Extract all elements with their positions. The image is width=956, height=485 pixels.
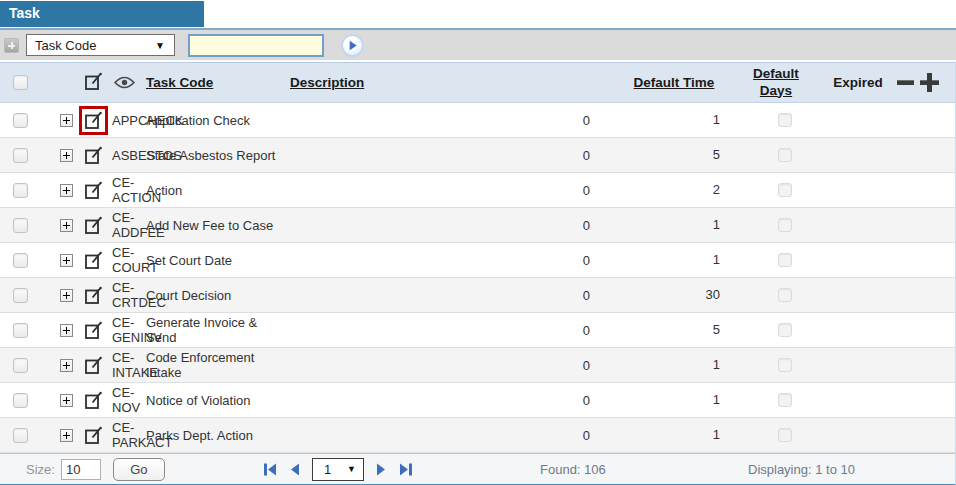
edit-button[interactable] <box>79 176 108 205</box>
table-body: APPCHECK Application Check 0 1 ASBESTOS … <box>0 103 956 453</box>
default-days-cell: 1 <box>620 418 728 452</box>
default-time-cell: 0 <box>290 103 620 137</box>
task-code-cell: CE-GENINV <box>112 313 146 347</box>
edit-button[interactable] <box>79 141 108 170</box>
edit-icon <box>84 251 103 270</box>
task-code-cell: CE-CRTDEC <box>112 278 146 312</box>
page-number-dropdown[interactable]: 1 ▼ <box>312 458 364 481</box>
expand-plus-icon[interactable] <box>60 429 73 442</box>
expand-plus-icon[interactable] <box>60 254 73 267</box>
expand-plus-icon[interactable] <box>60 114 73 127</box>
description-cell: Set Court Date <box>146 243 290 277</box>
expand-plus-icon[interactable] <box>60 324 73 337</box>
description-cell: Code Enforcement Intake <box>146 348 290 382</box>
expired-checkbox <box>778 393 792 407</box>
task-code-cell: APPCHECK <box>112 103 146 137</box>
edit-icon <box>84 181 103 200</box>
edit-button[interactable] <box>79 316 108 345</box>
page-size-label: Size: <box>26 462 55 477</box>
table-row: CE-GENINV Generate Invoice & Send 0 5 <box>0 313 956 348</box>
expired-checkbox <box>778 253 792 267</box>
description-cell: Notice of Violation <box>146 383 290 417</box>
title-bar: Task <box>0 1 956 28</box>
chevron-down-icon: ▼ <box>155 40 165 51</box>
minus-icon[interactable] <box>897 80 914 85</box>
table-row: ASBESTOS State Asbestos Report 0 5 <box>0 138 956 173</box>
task-code-cell: ASBESTOS <box>112 138 146 172</box>
edit-button-highlighted[interactable] <box>79 106 108 135</box>
table-row: CE-PARKACT Parks Dept. Action 0 1 <box>0 418 956 453</box>
go-button[interactable]: Go <box>113 458 165 481</box>
first-page-icon <box>262 462 278 477</box>
last-page-button[interactable] <box>398 462 414 477</box>
next-page-icon <box>373 462 389 477</box>
description-cell: State Asbestos Report <box>146 138 290 172</box>
task-code-cell: CE-ADDFEE <box>112 208 146 242</box>
expand-plus-icon[interactable] <box>60 359 73 372</box>
table-row: CE-ACTION Action 0 2 <box>0 173 956 208</box>
description-cell: Add New Fee to Case <box>146 208 290 242</box>
table-row: APPCHECK Application Check 0 1 <box>0 103 956 138</box>
select-all-checkbox[interactable] <box>13 75 28 90</box>
row-checkbox[interactable] <box>13 428 28 443</box>
edit-button[interactable] <box>79 211 108 240</box>
expand-plus-icon[interactable] <box>60 184 73 197</box>
default-days-cell: 5 <box>620 313 728 347</box>
column-header-default-time[interactable]: Default Time <box>634 75 715 90</box>
description-cell: Parks Dept. Action <box>146 418 290 452</box>
expand-plus-icon[interactable] <box>60 219 73 232</box>
edit-icon <box>84 321 103 340</box>
column-header-description[interactable]: Description <box>290 75 364 90</box>
column-header-default-days[interactable]: Default Days <box>746 66 806 100</box>
edit-button[interactable] <box>79 421 108 450</box>
expired-checkbox <box>778 428 792 442</box>
expand-plus-icon[interactable] <box>60 289 73 302</box>
row-checkbox[interactable] <box>13 393 28 408</box>
expired-checkbox <box>778 113 792 127</box>
add-criteria-button[interactable] <box>4 38 19 53</box>
edit-button[interactable] <box>79 386 108 415</box>
expired-checkbox <box>778 358 792 372</box>
plus-icon[interactable] <box>920 73 939 92</box>
row-checkbox[interactable] <box>13 358 28 373</box>
page-size-input[interactable] <box>61 459 101 480</box>
next-page-button[interactable] <box>373 462 389 477</box>
first-page-button[interactable] <box>262 462 278 477</box>
table-row: CE-CRTDEC Court Decision 0 30 <box>0 278 956 313</box>
expired-checkbox <box>778 323 792 337</box>
row-checkbox[interactable] <box>13 148 28 163</box>
table-footer: Size: Go 1 ▼ Found: 106 Displaying: 1 to… <box>0 453 956 485</box>
run-search-button[interactable] <box>341 34 364 57</box>
row-checkbox[interactable] <box>13 253 28 268</box>
default-days-cell: 1 <box>620 103 728 137</box>
row-checkbox[interactable] <box>13 323 28 338</box>
edit-button[interactable] <box>79 351 108 380</box>
default-time-cell: 0 <box>290 418 620 452</box>
default-days-cell: 1 <box>620 383 728 417</box>
expand-plus-icon[interactable] <box>60 149 73 162</box>
table-row: CE-ADDFEE Add New Fee to Case 0 1 <box>0 208 956 243</box>
column-header-task-code[interactable]: Task Code <box>146 75 213 90</box>
row-checkbox[interactable] <box>13 113 28 128</box>
edit-button[interactable] <box>79 246 108 275</box>
edit-icon <box>84 111 103 130</box>
filter-field-dropdown[interactable]: Task Code ▼ <box>26 34 175 56</box>
search-input[interactable] <box>188 34 324 57</box>
description-cell: Court Decision <box>146 278 290 312</box>
description-cell: Generate Invoice & Send <box>146 313 290 347</box>
default-days-cell: 30 <box>620 278 728 312</box>
column-header-expired: Expired <box>833 75 883 90</box>
page-number-value: 1 <box>324 462 331 477</box>
table-row: CE-COURT Set Court Date 0 1 <box>0 243 956 278</box>
row-checkbox[interactable] <box>13 218 28 233</box>
default-time-cell: 0 <box>290 348 620 382</box>
row-checkbox[interactable] <box>13 288 28 303</box>
edit-icon <box>84 286 103 305</box>
displaying-range: Displaying: 1 to 10 <box>748 454 855 484</box>
edit-button[interactable] <box>79 281 108 310</box>
previous-page-button[interactable] <box>287 462 303 477</box>
edit-icon <box>84 426 103 445</box>
expand-plus-icon[interactable] <box>60 394 73 407</box>
expired-checkbox <box>778 218 792 232</box>
row-checkbox[interactable] <box>13 183 28 198</box>
